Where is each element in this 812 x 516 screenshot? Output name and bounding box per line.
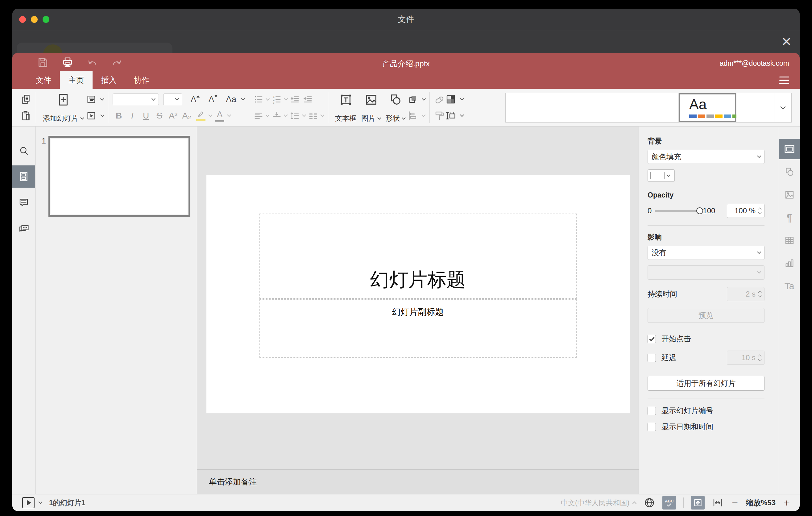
theme-option[interactable]: [563, 93, 621, 122]
chevron-down-icon: [175, 96, 179, 101]
align-shapes-button[interactable]: [408, 111, 425, 121]
apply-to-all-button[interactable]: 适用于所有幻灯片: [647, 376, 764, 391]
strikethrough-button[interactable]: S: [153, 111, 166, 121]
chevron-down-icon[interactable]: [38, 500, 42, 504]
theme-gallery-expand-button[interactable]: [774, 93, 791, 122]
show-datetime-checkbox[interactable]: [647, 423, 656, 431]
highlighter-icon: [197, 111, 205, 117]
insert-shape-button[interactable]: 形状: [383, 89, 408, 126]
slider-knob[interactable]: [696, 207, 703, 214]
spinner-arrows[interactable]: [759, 208, 761, 213]
chevron-down-icon[interactable]: [284, 96, 288, 101]
slide-size-button[interactable]: [445, 110, 463, 121]
show-datetime-row: 显示日期和时间: [647, 422, 764, 432]
show-slide-number-row: 显示幻灯片编号: [647, 406, 764, 416]
comments-button[interactable]: [12, 191, 35, 213]
superscript-button[interactable]: A²: [167, 111, 179, 121]
copy-icon[interactable]: [20, 94, 31, 105]
search-icon: [18, 145, 29, 156]
tab-insert[interactable]: 插入: [92, 71, 125, 89]
tab-collaboration[interactable]: 协作: [125, 71, 158, 89]
copy-style-icon[interactable]: [434, 110, 445, 121]
underline-button[interactable]: U: [140, 111, 152, 121]
chevron-down-icon[interactable]: [320, 113, 324, 117]
start-slideshow-button[interactable]: [86, 111, 104, 121]
italic-button[interactable]: I: [126, 111, 139, 121]
font-color-button[interactable]: A: [213, 110, 227, 122]
document-language-icon[interactable]: [643, 496, 656, 509]
textart-settings-button[interactable]: Ta: [779, 276, 800, 296]
chevron-down-icon[interactable]: [266, 113, 270, 117]
subtitle-placeholder[interactable]: 幻灯片副标题: [259, 299, 577, 358]
chevron-down-icon[interactable]: [208, 113, 212, 117]
shape-settings-button[interactable]: [779, 162, 800, 182]
font-size-select[interactable]: [163, 93, 182, 105]
chevron-down-icon[interactable]: [302, 113, 306, 117]
chevron-down-icon[interactable]: [227, 113, 231, 117]
opacity-slider[interactable]: [655, 210, 700, 212]
insert-image-button[interactable]: 图片: [359, 89, 383, 126]
tab-file[interactable]: 文件: [27, 71, 60, 89]
theme-option[interactable]: [621, 93, 679, 122]
opacity-spinner[interactable]: 100 %: [727, 204, 764, 218]
fit-slide-button[interactable]: [691, 496, 705, 510]
highlight-color-button[interactable]: [194, 111, 208, 121]
font-name-select[interactable]: [113, 93, 159, 105]
numbered-list-icon[interactable]: 123: [271, 94, 282, 105]
title-placeholder[interactable]: 幻灯片标题: [259, 213, 577, 299]
decrease-font-button[interactable]: A: [205, 94, 218, 104]
zoom-in-button[interactable]: +: [784, 497, 790, 508]
slide-thumbnail[interactable]: [49, 136, 190, 217]
line-spacing-icon[interactable]: [290, 111, 300, 121]
add-slide-button[interactable]: 添加幻灯片: [40, 89, 86, 126]
color-scheme-button[interactable]: [445, 94, 463, 105]
theme-option[interactable]: [506, 93, 563, 122]
theme-option-selected[interactable]: Aa: [679, 93, 736, 122]
paragraph-settings-button[interactable]: ¶: [779, 207, 800, 228]
table-settings-button[interactable]: [779, 230, 800, 251]
menu-icon[interactable]: [779, 77, 789, 84]
effect-select[interactable]: 没有: [647, 246, 764, 260]
slide-number-label: 1: [39, 136, 46, 145]
language-selector[interactable]: 中文(中华人民共和国): [561, 498, 636, 508]
bullet-list-icon[interactable]: [253, 94, 264, 105]
slide-canvas[interactable]: 幻灯片标题 幻灯片副标题: [206, 175, 630, 413]
clear-style-icon[interactable]: [434, 94, 445, 105]
start-on-click-checkbox[interactable]: [647, 335, 656, 343]
notes-area[interactable]: 单击添加备注: [197, 469, 639, 494]
decrease-indent-icon[interactable]: [290, 94, 300, 105]
tab-home[interactable]: 主页: [60, 71, 92, 89]
chat-button[interactable]: [12, 217, 35, 239]
fill-color-picker[interactable]: [647, 169, 675, 182]
chevron-down-icon[interactable]: [266, 96, 270, 101]
bold-button[interactable]: B: [113, 111, 125, 121]
columns-icon[interactable]: [308, 111, 318, 121]
increase-font-button[interactable]: A: [187, 94, 200, 104]
fit-width-icon[interactable]: [712, 497, 723, 508]
theme-option[interactable]: [736, 93, 774, 122]
spinner-arrows: [759, 291, 761, 297]
insert-textbox-button[interactable]: 文本框: [332, 89, 359, 126]
chart-settings-button[interactable]: [779, 253, 800, 274]
background-fill-select[interactable]: 颜色填充: [647, 150, 764, 164]
show-slide-number-checkbox[interactable]: [647, 407, 656, 415]
start-slideshow-status-button[interactable]: [22, 497, 34, 508]
change-case-button[interactable]: Aa: [223, 94, 244, 104]
triangle-down-icon: [214, 95, 218, 97]
subscript-button[interactable]: A₂: [180, 111, 193, 121]
slides-panel-button[interactable]: [12, 165, 35, 188]
vertical-align-icon[interactable]: [271, 111, 282, 121]
close-dialog-button[interactable]: ✕: [781, 35, 792, 48]
spellcheck-button[interactable]: ABC: [662, 496, 676, 510]
zoom-out-button[interactable]: −: [732, 497, 738, 508]
search-button[interactable]: [12, 140, 35, 162]
delay-checkbox[interactable]: [647, 354, 656, 362]
increase-indent-icon[interactable]: [303, 94, 313, 105]
paste-icon[interactable]: [20, 110, 31, 121]
change-layout-button[interactable]: [86, 94, 104, 105]
arrange-shapes-button[interactable]: [408, 94, 425, 105]
slide-settings-button[interactable]: [779, 139, 800, 159]
image-settings-button[interactable]: [779, 184, 800, 205]
horizontal-align-icon[interactable]: [253, 111, 264, 121]
chevron-down-icon[interactable]: [284, 113, 288, 117]
